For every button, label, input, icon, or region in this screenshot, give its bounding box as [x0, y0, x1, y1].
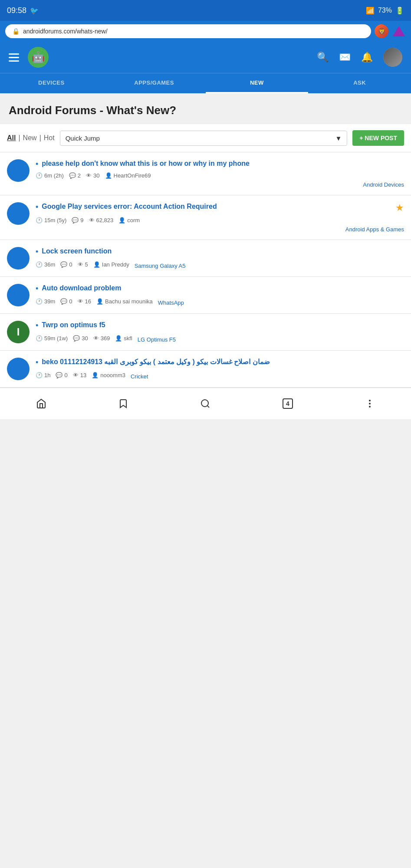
avatar-initial: I [17, 326, 20, 338]
url-input-field[interactable]: 🔒 androidforums.com/whats-new/ [5, 24, 371, 38]
page-title-section: Android Forums - What's New? [0, 93, 411, 124]
avatar: 👤 [7, 358, 30, 380]
mail-icon[interactable]: ✉️ [339, 52, 351, 63]
post-meta: 🕐 59m (1w) 💬 30 👁 369 👤 skfl [36, 334, 404, 343]
tab-devices[interactable]: DEVICES [0, 73, 103, 93]
clock-icon: 🕐 [36, 372, 43, 378]
sub-nav: DEVICES APPS/GAMES NEW ASK [0, 73, 411, 93]
post-comments: 30 [82, 335, 88, 342]
post-views: 30 [93, 172, 99, 179]
status-bar: 09:58 🐦 📶 73% 🔋 [0, 0, 411, 21]
post-meta: 🕐 36m 💬 0 👁 5 👤 Ian Preddy [36, 260, 404, 269]
svg-point-4 [369, 406, 371, 408]
post-category[interactable]: Android Apps & Games [36, 226, 404, 233]
post-comments: 9 [80, 217, 83, 224]
notification-bell-icon[interactable]: 🔔 [361, 52, 373, 63]
page-title: Android Forums - What's New? [9, 104, 402, 117]
user-icon: 👤 [92, 372, 99, 378]
comment-icon: 💬 [69, 172, 76, 179]
bullet-icon: • [36, 203, 38, 212]
list-item[interactable]: 👤 • Google Play services error: Account … [0, 195, 411, 240]
svg-point-2 [369, 400, 371, 401]
brave-shield-icon [392, 24, 406, 38]
user-avatar[interactable] [383, 48, 402, 67]
post-time: 15m (5y) [44, 217, 66, 224]
search-icon[interactable]: 🔍 [317, 52, 329, 63]
bullet-icon: • [36, 284, 38, 293]
nav-left: 🤖 [9, 47, 49, 68]
post-views: 5 [85, 261, 88, 268]
tab-ask[interactable]: ASK [308, 73, 411, 93]
bullet-icon: • [36, 247, 38, 256]
dropdown-arrow-icon: ▼ [335, 135, 342, 142]
tab-apps-games[interactable]: APPS/GAMES [103, 73, 206, 93]
comment-icon: 💬 [60, 261, 67, 268]
post-views: 369 [101, 335, 110, 342]
comment-icon: 💬 [73, 335, 80, 342]
site-logo[interactable]: 🤖 [28, 47, 49, 68]
hamburger-menu[interactable] [9, 53, 19, 62]
post-author: Ian Preddy [102, 261, 129, 268]
eye-icon: 👁 [78, 298, 83, 305]
home-button[interactable] [31, 393, 52, 414]
list-item[interactable]: 👤 • please help don't know what this is … [0, 152, 411, 195]
filter-new[interactable]: New [23, 134, 37, 142]
quick-jump-dropdown[interactable]: Quick Jump ▼ [60, 131, 348, 146]
bookmark-button[interactable] [113, 393, 134, 414]
list-item[interactable]: 👤 • Auto download problem 🕐 39m 💬 0 [0, 277, 411, 314]
battery-icon: 🔋 [395, 7, 404, 15]
post-title-text: beko ضمان اصلاح غسالات بيكو ( وكيل معتمد… [42, 358, 404, 367]
brave-browser-icon[interactable]: 🦁 [375, 24, 388, 38]
post-category[interactable]: Android Devices [36, 181, 404, 188]
tab-switcher-button[interactable]: 4 [277, 393, 298, 414]
new-post-button[interactable]: + NEW POST [352, 130, 404, 146]
eye-icon: 👁 [89, 217, 95, 224]
post-author: HeartOnFire69 [114, 172, 151, 179]
filter-bar: All | New | Hot Quick Jump ▼ + NEW POST [0, 124, 411, 152]
filter-hot[interactable]: Hot [44, 134, 55, 142]
list-item[interactable]: I • Twrp on optimus f5 🕐 59m (1w) 💬 30 [0, 314, 411, 351]
nav-header: 🤖 🔍 ✉️ 🔔 [0, 42, 411, 73]
comment-icon: 💬 [60, 298, 67, 305]
filter-all[interactable]: All [7, 134, 16, 142]
user-icon: 👤 [115, 335, 122, 342]
quick-jump-label: Quick Jump [66, 135, 100, 142]
star-icon: ★ [395, 202, 404, 214]
post-author: corm [127, 217, 140, 224]
status-time: 09:58 [7, 6, 26, 15]
comment-icon: 💬 [72, 217, 79, 224]
post-category[interactable]: Samsung Galaxy A5 [135, 263, 186, 269]
user-icon: 👤 [93, 261, 100, 268]
post-title-text: Lock screen function [42, 247, 404, 256]
clock-icon: 🕐 [36, 261, 43, 268]
post-time: 6m (2h) [44, 172, 64, 179]
clock-icon: 🕐 [36, 335, 43, 342]
post-views: 62,823 [96, 217, 114, 224]
nav-right: 🔍 ✉️ 🔔 [317, 48, 402, 67]
post-title-text: Auto download problem [42, 284, 404, 293]
url-text: androidforums.com/whats-new/ [23, 28, 364, 35]
post-category[interactable]: WhatsApp [158, 299, 184, 306]
user-icon: 👤 [105, 172, 112, 179]
svg-line-1 [207, 406, 209, 408]
post-author: nooomm3 [100, 372, 125, 378]
post-time: 36m [44, 261, 55, 268]
clock-icon: 🕐 [36, 172, 43, 179]
list-item[interactable]: 👤 • beko ضمان اصلاح غسالات بيكو ( وكيل م… [0, 351, 411, 388]
tab-new[interactable]: NEW [206, 73, 309, 93]
post-comments: 0 [64, 372, 67, 378]
list-item[interactable]: 👤 • Lock screen function 🕐 36m 💬 0 [0, 240, 411, 277]
avatar: 👤 [7, 202, 30, 225]
post-time: 39m [44, 298, 55, 305]
search-button[interactable] [195, 393, 216, 414]
main-content: Android Forums - What's New? All | New |… [0, 93, 411, 388]
post-category[interactable]: Cricket [131, 373, 148, 380]
filter-links: All | New | Hot [7, 134, 55, 142]
post-comments: 2 [78, 172, 81, 179]
post-category[interactable]: LG Optimus F5 [138, 336, 176, 343]
post-list: 👤 • please help don't know what this is … [0, 152, 411, 388]
comment-icon: 💬 [56, 372, 62, 378]
more-options-button[interactable] [359, 393, 380, 414]
status-left: 09:58 🐦 [7, 6, 39, 15]
tab-count: 4 [283, 398, 293, 409]
